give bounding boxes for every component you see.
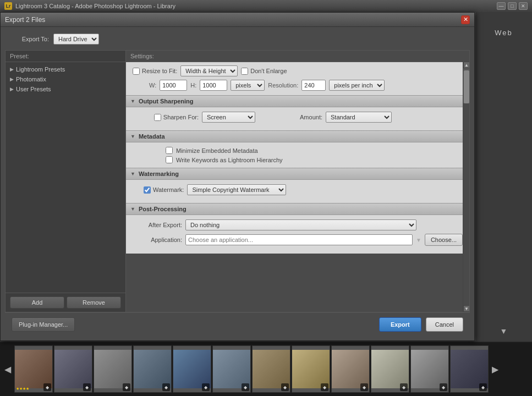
- resize-fit-select[interactable]: Width & Height Dimensions Long Edge Shor…: [180, 65, 238, 76]
- watermarking-header[interactable]: ▼ Watermarking: [126, 168, 469, 180]
- settings-scrollbar[interactable]: ▲ ▼: [463, 62, 469, 312]
- sharpen-checkbox[interactable]: [154, 114, 161, 121]
- maximize-btn[interactable]: □: [508, 2, 517, 10]
- pixels-select[interactable]: pixels inches cm: [231, 80, 265, 91]
- film-thumb-9[interactable]: ◆: [331, 345, 370, 393]
- preset-arrow-lightroom: ▶: [10, 67, 14, 72]
- thumb-badge-11: ◆: [440, 383, 447, 391]
- width-input[interactable]: [160, 80, 187, 91]
- minimize-btn[interactable]: —: [497, 2, 506, 10]
- amount-select[interactable]: Standard Low High: [326, 112, 392, 123]
- output-sharpening-header[interactable]: ▼ Output Sharpening: [126, 95, 469, 107]
- thumb-badge-5: ◆: [202, 383, 210, 391]
- film-thumb-5[interactable]: ◆: [173, 345, 211, 393]
- after-export-row: After Export: Do nothing Show in Finder …: [133, 219, 463, 230]
- add-preset-button[interactable]: Add: [10, 296, 64, 309]
- application-input[interactable]: [185, 234, 413, 245]
- remove-preset-button[interactable]: Remove: [67, 296, 121, 309]
- thumb-image-3: [94, 350, 131, 388]
- filmstrip-left-nav[interactable]: ◀: [2, 364, 13, 375]
- right-panel: Web ▼: [475, 12, 532, 341]
- film-thumb-10[interactable]: ◆: [371, 345, 409, 393]
- thumb-image-2: [54, 350, 92, 388]
- film-thumb-3[interactable]: ◆: [94, 345, 132, 393]
- film-thumb-12[interactable]: ◆: [450, 345, 489, 393]
- export-to-select[interactable]: Hard Drive Email CD/DVD: [53, 34, 99, 45]
- plugin-manager-button[interactable]: Plug-in Manager...: [12, 317, 75, 332]
- film-thumb-7[interactable]: ◆: [252, 345, 290, 393]
- thumb-image-8: [292, 350, 330, 388]
- minimize-metadata-label: Minimize Embedded Metadata: [176, 147, 258, 154]
- film-thumb-6[interactable]: ◆: [212, 345, 251, 393]
- preset-item-user[interactable]: ▶ User Presets: [6, 84, 125, 94]
- close-btn-window[interactable]: ✕: [519, 2, 528, 10]
- dialog-body: Export To: Hard Drive Email CD/DVD Prese…: [1, 27, 474, 340]
- film-thumb-4[interactable]: ◆: [133, 345, 172, 393]
- watermark-checkbox[interactable]: [144, 186, 151, 194]
- thumb-badge-9: ◆: [360, 383, 368, 391]
- watermark-row: Watermark: Simple Copyright Watermark No…: [133, 184, 463, 195]
- preset-item-lightroom[interactable]: ▶ Lightroom Presets: [6, 64, 125, 74]
- keywords-checkbox[interactable]: [166, 156, 173, 163]
- film-thumb-8[interactable]: ◆: [292, 345, 330, 393]
- resize-checkbox[interactable]: [133, 68, 140, 75]
- resolution-unit-select[interactable]: pixels per inch pixels per cm: [329, 80, 385, 91]
- filmstrip: ◀ ★★★★ ◆ ◆ ◆ ◆ ◆ ◆ ◆ ◆ ◆ ◆ ◆: [0, 341, 532, 396]
- preset-list: ▶ Lightroom Presets ▶ Photomatix ▶ User …: [6, 62, 125, 293]
- post-processing-header[interactable]: ▼ Post-Processing: [126, 203, 469, 215]
- height-input[interactable]: [200, 80, 227, 91]
- thumb-badge-6: ◆: [242, 383, 249, 391]
- preset-arrow-photomatix: ▶: [10, 76, 14, 82]
- scroll-up-btn[interactable]: ▲: [463, 62, 470, 68]
- export-to-row: Export To: Hard Drive Email CD/DVD: [5, 31, 470, 47]
- film-thumb-2[interactable]: ◆: [54, 345, 92, 393]
- sharpening-section-content: Sharpen For: Screen Matte Paper Glossy P…: [126, 107, 469, 130]
- settings-label: Settings:: [126, 51, 469, 62]
- amount-label: Amount:: [267, 114, 322, 120]
- preset-sidebar: Preset: ▶ Lightroom Presets ▶ Photomatix…: [5, 50, 126, 312]
- watermarking-title: Watermarking: [139, 170, 179, 177]
- choose-button[interactable]: Choose...: [425, 234, 463, 246]
- keywords-label: Write Keywords as Lightroom Hierarchy: [176, 157, 283, 163]
- window-controls: — □ ✕: [497, 2, 528, 10]
- thumb-image-6: [213, 350, 250, 388]
- watermark-select[interactable]: Simple Copyright Watermark None Custom..…: [187, 184, 286, 195]
- preset-item-photomatix[interactable]: ▶ Photomatix: [6, 74, 125, 84]
- dialog-footer: Plug-in Manager... Export Cancel: [5, 312, 470, 336]
- after-export-select[interactable]: Do nothing Show in Finder Open in Lightr…: [185, 219, 416, 230]
- post-processing-arrow-icon: ▼: [130, 206, 135, 212]
- cancel-button[interactable]: Cancel: [426, 317, 463, 332]
- film-thumb-11[interactable]: ◆: [410, 345, 449, 393]
- export-to-label: Export To:: [5, 36, 49, 42]
- dont-enlarge-checkbox[interactable]: [241, 68, 248, 75]
- scroll-down-btn[interactable]: ▼: [463, 305, 470, 312]
- resize-label: Resize to Fit:: [142, 68, 177, 74]
- right-panel-arrow[interactable]: ▼: [500, 327, 508, 336]
- dialog-close-btn[interactable]: ✕: [461, 15, 470, 24]
- sharpen-for-select[interactable]: Screen Matte Paper Glossy Paper: [202, 112, 255, 123]
- preset-actions: Add Remove: [6, 293, 125, 312]
- resize-checkbox-wrapper: Resize to Fit:: [133, 68, 177, 75]
- minimize-metadata-checkbox[interactable]: [166, 147, 173, 154]
- settings-content[interactable]: Resize to Fit: Width & Height Dimensions…: [126, 62, 469, 312]
- content-area: Preset: ▶ Lightroom Presets ▶ Photomatix…: [5, 50, 470, 312]
- filmstrip-right-nav[interactable]: ▶: [490, 364, 501, 375]
- resolution-label: Resolution:: [268, 82, 298, 89]
- resolution-input[interactable]: [301, 80, 326, 91]
- metadata-header[interactable]: ▼ Metadata: [126, 130, 469, 142]
- thumb-image-12: [451, 350, 488, 388]
- h-label: H:: [190, 82, 196, 89]
- thumb-image-10: [371, 350, 409, 388]
- window-title: Lightroom 3 Catalog - Adobe Photoshop Li…: [15, 3, 175, 9]
- film-thumb-1[interactable]: ★★★★ ◆: [14, 345, 53, 393]
- post-processing-section-content: After Export: Do nothing Show in Finder …: [126, 215, 469, 254]
- export-button[interactable]: Export: [379, 317, 421, 332]
- minimize-metadata-row: Minimize Embedded Metadata: [133, 147, 463, 154]
- scrollbar-thumb[interactable]: [464, 70, 469, 103]
- thumb-image-11: [411, 350, 448, 388]
- after-export-label: After Export:: [133, 222, 182, 228]
- thumb-image-7: [253, 350, 290, 388]
- watermarking-arrow-icon: ▼: [130, 171, 135, 177]
- right-panel-title: Web: [495, 29, 513, 37]
- sharpening-title: Output Sharpening: [139, 98, 194, 105]
